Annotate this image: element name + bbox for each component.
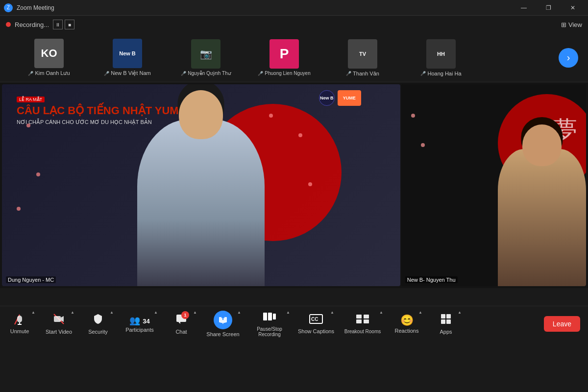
- participant-name-thanh-van: 🎤 Thanh Vân: [346, 71, 379, 76]
- show-captions-button[interactable]: ▲ CC Show Captions: [294, 306, 338, 342]
- participant-thumb-phuong-lien[interactable]: P 🎤 Phuong Lien Nguyen: [245, 39, 323, 76]
- svg-rect-15: [273, 314, 276, 319]
- recording-indicator: [6, 22, 11, 27]
- svg-rect-22: [441, 314, 445, 318]
- unmute-label: Unmute: [10, 328, 29, 334]
- right-speaker-body: [498, 149, 586, 286]
- security-caret[interactable]: ▲: [110, 310, 114, 315]
- club-name: CÂU LẠC BỘ TIẾNG NHẬT YUME: [17, 104, 186, 117]
- toolbar: ▲ Unmute ▲ Start Video ▲: [0, 306, 588, 341]
- unmute-caret[interactable]: ▲: [31, 310, 35, 315]
- apps-button[interactable]: ▲ Apps: [426, 306, 466, 342]
- view-icon: ⊞: [561, 21, 566, 28]
- share-screen-button[interactable]: ▲ Share Screen: [201, 306, 245, 342]
- svg-rect-24: [441, 319, 445, 324]
- bottom-padding: [0, 288, 588, 306]
- speaker-head-left: [179, 90, 223, 139]
- svg-rect-5: [54, 316, 61, 322]
- start-video-button[interactable]: ▲ Start Video: [39, 306, 78, 342]
- security-label: Security: [88, 329, 108, 335]
- camera-icon: 📷: [200, 48, 212, 60]
- mic-muted-icon: 🎤: [420, 71, 426, 76]
- participant-name-phuong-lien: 🎤 Phuong Lien Nguyen: [258, 71, 310, 76]
- participant-thumb-thanh-van[interactable]: TV 🎤 Thanh Vân: [323, 39, 402, 76]
- participant-name-nguyen-quynh-thu: 🎤 Nguyễn Quỳnh Thư: [181, 71, 230, 76]
- mic-muted-icon: 🎤: [104, 71, 109, 76]
- avatar-initials: KO: [41, 47, 57, 60]
- main-video-area: LỄ RA MẮT CÂU LẠC BỘ TIẾNG NHẬT YUME NƠI…: [0, 82, 588, 288]
- mic-muted-icon: 🎤: [346, 71, 351, 76]
- participants-caret[interactable]: ▲: [154, 310, 158, 315]
- more-participants-button[interactable]: ›: [559, 48, 578, 68]
- participant-thumb-kim-oanh-luu[interactable]: KO 🎤 Kim Oanh Lưu: [10, 39, 88, 76]
- avatar-nguyen-quynh-thu: 📷: [191, 39, 220, 69]
- apps-icon: [440, 313, 452, 328]
- app-title: Zoom Meeting: [17, 4, 54, 11]
- unmute-button[interactable]: ▲ Unmute: [0, 306, 39, 342]
- reactions-button[interactable]: ▲ 😊 Reactions: [387, 306, 426, 342]
- breakout-label: Breakout Rooms: [344, 329, 381, 334]
- breakout-caret[interactable]: ▲: [379, 310, 383, 315]
- captions-caret[interactable]: ▲: [330, 310, 334, 315]
- chat-button[interactable]: ▲ 1 Chat: [162, 306, 201, 342]
- video-icon: [53, 313, 65, 328]
- view-button[interactable]: ⊞ View: [561, 21, 582, 28]
- titlebar-left: Z Zoom Meeting: [4, 3, 54, 12]
- chat-icon: 1: [175, 313, 187, 328]
- svg-rect-25: [446, 319, 451, 324]
- captions-icon: CC: [309, 314, 323, 327]
- svg-rect-19: [364, 315, 369, 318]
- participant-thumb-newb[interactable]: New B 🎤 New B Việt Nam: [88, 39, 167, 76]
- avatar-phuong-lien: P: [270, 39, 299, 69]
- participants-label: Participants: [125, 327, 153, 333]
- stop-recording-button[interactable]: ■: [65, 20, 74, 29]
- recording-bar: Recording... ⏸ ■ ⊞ View: [0, 16, 588, 33]
- participant-thumb-hoang-hai-ha[interactable]: HH 🎤 Hoang Hai Ha: [402, 39, 480, 76]
- recording-controls: ⏸ ■: [53, 20, 74, 29]
- mic-muted-icon: 🎤: [258, 71, 263, 76]
- chat-label: Chat: [175, 329, 187, 335]
- reactions-caret[interactable]: ▲: [418, 310, 422, 315]
- blossom-6: [269, 114, 273, 118]
- newb-logo: New B: [319, 90, 335, 106]
- captions-label: Show Captions: [298, 328, 334, 334]
- apps-caret[interactable]: ▲: [458, 310, 462, 315]
- participants-button[interactable]: ▲ 👥 34 Participants: [118, 306, 162, 342]
- participant-thumb-nguyen-quynh-thu[interactable]: 📷 🎤 Nguyễn Quỳnh Thư: [167, 39, 245, 76]
- leave-button[interactable]: Leave: [544, 316, 580, 332]
- title-bar: Z Zoom Meeting — ❐ ✕: [0, 0, 588, 16]
- share-caret[interactable]: ▲: [237, 310, 241, 315]
- chat-badge: 1: [181, 311, 189, 319]
- main-video-left: LỄ RA MẮT CÂU LẠC BỘ TIẾNG NHẬT YUME NƠI…: [2, 84, 400, 286]
- video-caret[interactable]: ▲: [71, 310, 74, 315]
- app-icon: Z: [4, 3, 13, 12]
- minimize-button[interactable]: —: [513, 0, 535, 16]
- svg-rect-14: [268, 313, 272, 320]
- participants-count: 34: [143, 318, 149, 325]
- video-label: Start Video: [46, 329, 72, 335]
- yume-logo: YUME: [338, 90, 361, 106]
- pause-recording-button[interactable]: ⏸: [53, 20, 63, 29]
- share-screen-icon: [214, 311, 232, 329]
- window-controls: — ❐ ✕: [513, 0, 584, 16]
- blossom-r2: [421, 143, 425, 147]
- recording-tb-caret[interactable]: ▲: [286, 310, 290, 315]
- participant-name-newb: 🎤 New B Việt Nam: [104, 70, 150, 76]
- avatar-kim-oanh-luu: KO: [34, 39, 64, 68]
- launch-badge: LỄ RA MẮT: [17, 97, 45, 102]
- svg-marker-8: [178, 322, 180, 324]
- right-speaker-head: [522, 124, 562, 166]
- breakout-rooms-button[interactable]: ▲ Breakout Rooms: [338, 306, 387, 342]
- view-label: View: [568, 21, 582, 28]
- security-button[interactable]: ▲ Security: [78, 306, 118, 342]
- right-video-background: 夢: [401, 84, 586, 286]
- svg-rect-18: [356, 315, 362, 318]
- video-label-right: New B- Nguyen Thu: [405, 276, 458, 283]
- maximize-button[interactable]: ❐: [537, 0, 560, 16]
- blossom-r1: [411, 114, 415, 118]
- close-button[interactable]: ✕: [562, 0, 584, 16]
- avatar-hoang-hai-ha: HH: [426, 39, 456, 69]
- chat-caret[interactable]: ▲: [193, 310, 197, 315]
- pause-recording-button[interactable]: ▲ Pause/Stop Recording: [245, 306, 294, 342]
- speaker-body-left: [137, 120, 265, 286]
